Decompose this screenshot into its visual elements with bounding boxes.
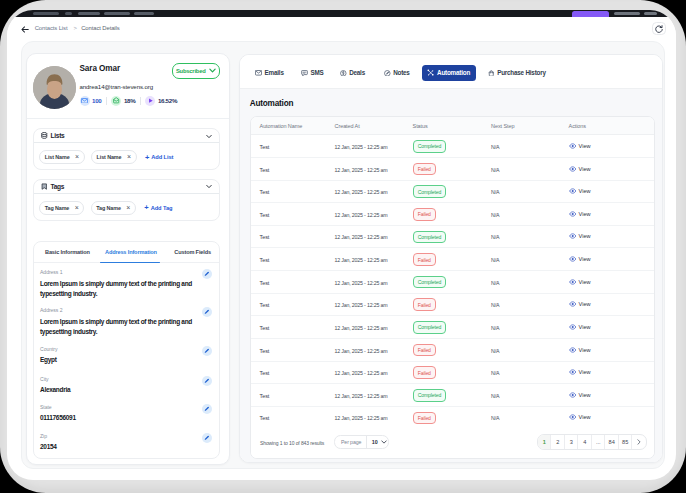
close-icon[interactable]: ×: [75, 204, 79, 211]
view-button[interactable]: View: [569, 188, 591, 194]
edit-field-button[interactable]: [202, 307, 212, 317]
eye-icon: [569, 324, 576, 330]
navbar-avatar[interactable]: [644, 12, 657, 15]
eye-icon: [569, 369, 576, 375]
field-value: Lorem Ipsum is simply dummy text of the …: [40, 279, 202, 299]
view-label: View: [579, 279, 591, 285]
tab-emails[interactable]: Emails: [255, 65, 284, 81]
tab-label: Notes: [393, 69, 410, 76]
app-screen: Contacts List > Contact Details: [7, 10, 676, 480]
page-3[interactable]: 3: [565, 435, 579, 448]
navbar-item[interactable]: [78, 12, 100, 15]
edit-field-button[interactable]: [202, 376, 212, 386]
tags-header[interactable]: Tags: [34, 180, 219, 194]
edit-field-button[interactable]: [202, 433, 212, 443]
page-4[interactable]: 4: [578, 435, 592, 448]
chip: Tag Name×: [91, 201, 136, 215]
stat-value: 100: [92, 97, 101, 104]
view-label: View: [579, 256, 591, 262]
view-label: View: [579, 211, 591, 217]
edit-field-button[interactable]: [202, 346, 212, 356]
view-label: View: [579, 166, 591, 172]
page-84[interactable]: 84: [605, 435, 619, 448]
tab-custom-fields[interactable]: Custom Fields: [174, 249, 211, 255]
tab-label: Deals: [349, 69, 365, 76]
tab-automation[interactable]: Automation: [422, 65, 476, 81]
cell-created-at: 12 Jan, 2025 - 12:25 am: [335, 144, 388, 150]
cell-created-at: 12 Jan, 2025 - 12:25 am: [335, 370, 388, 376]
close-icon[interactable]: ×: [75, 153, 79, 160]
contact-stats: 10018%16.52%: [80, 95, 178, 106]
edit-field-button[interactable]: [202, 269, 212, 279]
column-header: Actions: [569, 123, 586, 129]
close-icon[interactable]: ×: [126, 204, 130, 211]
view-button[interactable]: View: [569, 414, 591, 420]
navbar-item[interactable]: [104, 12, 130, 15]
cell-created-at: 12 Jan, 2025 - 12:25 am: [335, 325, 388, 331]
lists-chips: List Name×List Name×+Add List: [39, 150, 173, 164]
view-button[interactable]: View: [569, 256, 591, 262]
contact-stat: 100: [80, 96, 102, 106]
view-button[interactable]: View: [569, 166, 591, 172]
info-tabs: Basic Information Address Information Cu…: [34, 242, 219, 264]
view-button[interactable]: View: [569, 301, 591, 307]
navbar-item[interactable]: [65, 12, 72, 15]
field-label: Address 1: [40, 269, 212, 275]
navbar-item[interactable]: [134, 12, 154, 15]
view-button[interactable]: View: [569, 324, 591, 330]
tab-sms[interactable]: SMS: [301, 65, 324, 81]
view-button[interactable]: View: [569, 143, 591, 149]
cell-created-at: 12 Jan, 2025 - 12:25 am: [335, 167, 388, 173]
eye-icon: [569, 392, 576, 398]
cell-next-step: N/A: [491, 257, 499, 263]
breadcrumb-contacts-list[interactable]: Contacts List: [35, 25, 68, 31]
add-list-button[interactable]: +Add List: [145, 153, 173, 162]
cell-automation-name: Test: [260, 280, 270, 286]
add-tag-button[interactable]: +Add Tag: [144, 203, 172, 212]
chip-label: List Name: [97, 154, 122, 160]
pencil-icon: [204, 271, 210, 277]
cell-next-step: N/A: [491, 370, 499, 376]
table-footer: Showing 1 to 10 of 843 results Per page …: [251, 427, 654, 457]
view-button[interactable]: View: [569, 369, 591, 375]
subscription-status-button[interactable]: Subscribed: [172, 63, 220, 79]
cell-next-step: N/A: [491, 348, 499, 354]
column-header: Status: [413, 123, 428, 129]
edit-field-button[interactable]: [202, 404, 212, 414]
tab-basic-information[interactable]: Basic Information: [45, 249, 90, 255]
contact-email: andrea14@tran-stevens.org: [80, 83, 153, 90]
table-row: Test12 Jan, 2025 - 12:25 amCompletedN/AV…: [251, 226, 654, 249]
view-label: View: [579, 392, 591, 398]
field-value: Alexandria: [40, 385, 202, 395]
cell-created-at: 12 Jan, 2025 - 12:25 am: [335, 280, 388, 286]
arrow-left-icon[interactable]: [21, 26, 29, 33]
navbar-user-menu[interactable]: [614, 12, 640, 15]
tab-address-information[interactable]: Address Information: [105, 249, 157, 255]
view-button[interactable]: View: [569, 211, 591, 217]
cell-next-step: N/A: [491, 325, 499, 331]
view-button[interactable]: View: [569, 279, 591, 285]
page-2[interactable]: 2: [551, 435, 565, 448]
page-1[interactable]: 1: [538, 435, 552, 448]
refresh-button[interactable]: [652, 22, 666, 35]
list-icon: [41, 132, 48, 139]
tab-notes[interactable]: Notes: [384, 65, 410, 81]
view-button[interactable]: View: [569, 233, 591, 239]
per-page-select[interactable]: Per page 10: [334, 435, 389, 449]
view-button[interactable]: View: [569, 392, 591, 398]
lists-header[interactable]: Lists: [34, 129, 219, 143]
close-icon[interactable]: ×: [127, 153, 131, 160]
contact-name: Sara Omar: [80, 64, 121, 73]
status-badge: Failed: [413, 253, 436, 266]
chevron-down-icon[interactable]: [206, 134, 212, 139]
per-page-value: 10: [372, 439, 378, 445]
view-button[interactable]: View: [569, 347, 591, 353]
page-85[interactable]: 85: [619, 435, 633, 448]
contact-stat: 16.52%: [145, 96, 177, 106]
page-...[interactable]: ...: [592, 435, 606, 448]
next-page-button[interactable]: [632, 435, 645, 448]
tab-deals[interactable]: Deals: [340, 65, 365, 81]
chevron-down-icon[interactable]: [206, 184, 212, 189]
chip: Tag Name×: [39, 201, 84, 215]
tab-purchase-history[interactable]: Purchase History: [488, 65, 546, 81]
